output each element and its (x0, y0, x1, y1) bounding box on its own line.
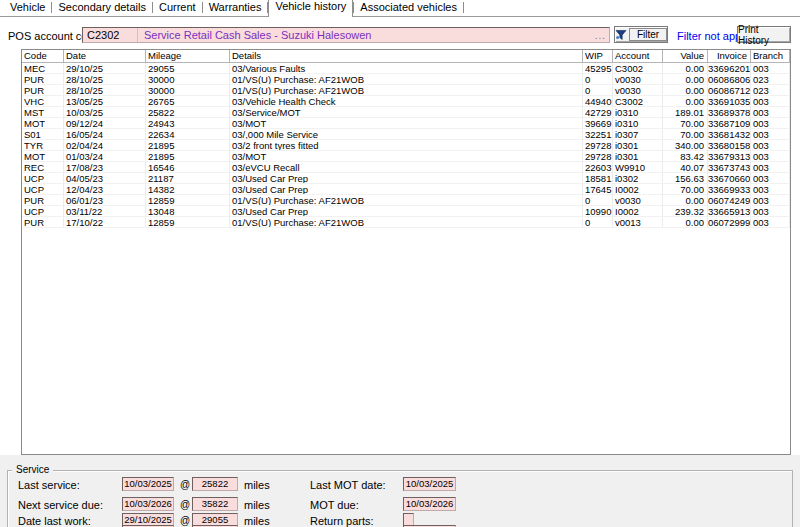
cell-mileage: 26765 (146, 96, 230, 107)
column-header-mileage[interactable]: Mileage (146, 50, 230, 63)
table-row[interactable]: UCP 03/11/22 13048 03/Used Car Prep 1099… (22, 206, 790, 217)
next-service-due-date-field[interactable]: 10/03/2026 (122, 497, 174, 511)
cell-date: 02/04/24 (64, 140, 146, 151)
cell-details: 01/VS(U) Purchase: AF21WOB (230, 74, 583, 85)
cell-wip: 0 (583, 74, 613, 85)
cell-value: 0.00 (663, 217, 708, 228)
cell-mileage: 22634 (146, 129, 230, 140)
cell-invoice: 33696201 (708, 63, 751, 74)
cell-branch: 023 (751, 74, 790, 85)
next-service-due-miles-field[interactable]: 35822 (192, 497, 238, 511)
tab-current[interactable]: Current (153, 0, 202, 16)
table-row[interactable]: TYR 02/04/24 21895 03/2 front tyres fitt… (22, 140, 790, 151)
cell-details: 01/VS(U) Purchase: AF21WOB (230, 85, 583, 96)
service-panel: Service Last service: 10/03/2025 @ 25822… (0, 455, 800, 527)
cell-branch: 023 (751, 85, 790, 96)
column-header-date[interactable]: Date (64, 50, 146, 63)
cell-date: 17/10/22 (64, 217, 146, 228)
column-header-branch[interactable]: Branch (751, 50, 790, 63)
column-header-invoice[interactable]: Invoice (708, 50, 751, 63)
cell-code: MOT (22, 118, 64, 129)
tab-secondary-details[interactable]: Secondary details (52, 0, 151, 16)
cell-invoice: 33681432 (708, 129, 751, 140)
cell-account: i0301 (613, 140, 663, 151)
cell-account: v0030 (613, 74, 663, 85)
cell-account: i0310 (613, 107, 663, 118)
cell-invoice: 06086806 (708, 74, 751, 85)
tab-associated-vehicles[interactable]: Associated vehicles (354, 0, 463, 16)
tab-bar: Vehicle Secondary details Current Warran… (0, 0, 800, 17)
cell-date: 06/01/23 (64, 195, 146, 206)
miles-unit-label: miles (244, 515, 270, 527)
cell-date: 04/05/23 (64, 173, 146, 184)
filter-button-label: Filter (629, 28, 667, 41)
column-header-value[interactable]: Value (663, 50, 708, 63)
cell-wip: 42729 (583, 107, 613, 118)
cell-branch: 003 (751, 162, 790, 173)
table-row[interactable]: VHC 13/05/25 26765 03/Vehicle Health Che… (22, 96, 790, 107)
cell-code: PUR (22, 85, 64, 96)
service-group-legend: Service (12, 464, 53, 475)
cell-code: MOT (22, 151, 64, 162)
table-row[interactable]: MOT 09/12/24 24943 03/MOT 39669 i0310 70… (22, 118, 790, 129)
table-row[interactable]: UCP 12/04/23 14382 03/Used Car Prep 1764… (22, 184, 790, 195)
cell-account: i0310 (613, 118, 663, 129)
table-row[interactable]: S01 16/05/24 22634 03/,000 Mile Service … (22, 129, 790, 140)
pos-account-code-field[interactable]: C2302 Service Retail Cash Sales - Suzuki… (82, 27, 610, 43)
table-row[interactable]: UCP 04/05/23 21187 03/Used Car Prep 1858… (22, 173, 790, 184)
cell-details: 01/VS(U) Purchase: AF21WOB (230, 195, 583, 206)
cell-mileage: 16546 (146, 162, 230, 173)
at-symbol: @ (180, 479, 190, 490)
column-header-wip[interactable]: WIP (583, 50, 613, 63)
last-mot-date-label: Last MOT date: (310, 479, 386, 491)
cell-branch: 003 (751, 206, 790, 217)
column-header-account[interactable]: Account (613, 50, 663, 63)
vehicle-record-window: Vehicle Secondary details Current Warran… (0, 0, 800, 527)
cell-branch: 003 (751, 107, 790, 118)
table-row[interactable]: REC 17/08/23 16546 03/eVCU Recall 22603 … (22, 162, 790, 173)
pos-account-code-value: C2302 (83, 28, 138, 42)
mot-due-field[interactable]: 10/03/2026 (403, 497, 456, 511)
cell-date: 17/08/23 (64, 162, 146, 173)
cell-mileage: 13048 (146, 206, 230, 217)
tab-vehicle[interactable]: Vehicle (4, 0, 51, 16)
filter-button[interactable]: Filter (614, 26, 668, 43)
last-service-miles-field[interactable]: 25822 (192, 477, 238, 491)
cell-wip: 0 (583, 85, 613, 96)
cell-code: MST (22, 107, 64, 118)
cell-code: VHC (22, 96, 64, 107)
cell-details: 03/Vehicle Health Check (230, 96, 583, 107)
tab-warranties[interactable]: Warranties (203, 0, 268, 16)
cell-account: i0301 (613, 151, 663, 162)
cell-wip: 10990 (583, 206, 613, 217)
cell-value: 83.42 (663, 151, 708, 162)
cell-code: UCP (22, 184, 64, 195)
table-row[interactable]: PUR 28/10/25 30000 01/VS(U) Purchase: AF… (22, 74, 790, 85)
column-header-details[interactable]: Details (230, 50, 583, 63)
table-row[interactable]: PUR 06/01/23 12859 01/VS(U) Purchase: AF… (22, 195, 790, 206)
date-last-work-label: Date last work: (18, 515, 91, 527)
cell-wip: 39669 (583, 118, 613, 129)
last-mot-date-field[interactable]: 10/03/2025 (403, 477, 456, 491)
table-row[interactable]: MST 10/03/25 25822 03/Service/MOT 42729 … (22, 107, 790, 118)
table-row[interactable]: PUR 17/10/22 12859 01/VS(U) Purchase: AF… (22, 217, 790, 228)
cell-details: 03/eVCU Recall (230, 162, 583, 173)
cell-date: 09/12/24 (64, 118, 146, 129)
vehicle-history-table: Code Date Mileage Details WIP Account Va… (21, 49, 791, 455)
return-parts-label: Return parts: (310, 515, 374, 527)
table-row[interactable]: MOT 01/03/24 21895 03/MOT 29728 i0301 83… (22, 151, 790, 162)
cell-date: 03/11/22 (64, 206, 146, 217)
table-row[interactable]: MEC 29/10/25 29055 03/Various Faults 452… (22, 63, 790, 74)
cell-account: i0302 (613, 173, 663, 184)
column-header-code[interactable]: Code (22, 50, 64, 63)
cell-wip: 17645 (583, 184, 613, 195)
last-service-date-field[interactable]: 10/03/2025 (122, 477, 174, 491)
tab-vehicle-history[interactable]: Vehicle history (268, 0, 353, 17)
ellipsis-lookup-button[interactable]: ... (595, 30, 609, 41)
print-history-button[interactable]: Print History (737, 26, 791, 43)
tab-separator (463, 2, 464, 13)
cell-account: I0002 (613, 184, 663, 195)
cell-wip: 22603 (583, 162, 613, 173)
table-row[interactable]: PUR 28/10/25 30000 01/VS(U) Purchase: AF… (22, 85, 790, 96)
cell-branch: 003 (751, 129, 790, 140)
